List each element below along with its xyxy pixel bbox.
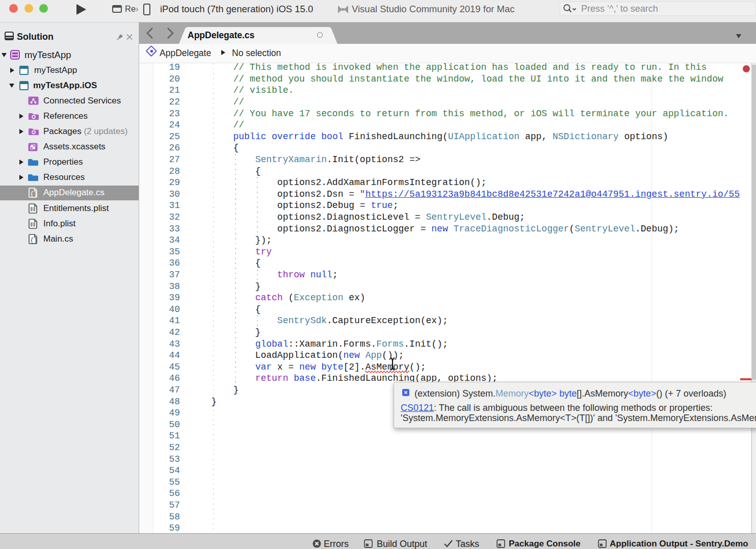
svg-text:{}: {} — [30, 191, 37, 198]
svg-text:{}: {} — [30, 237, 37, 244]
